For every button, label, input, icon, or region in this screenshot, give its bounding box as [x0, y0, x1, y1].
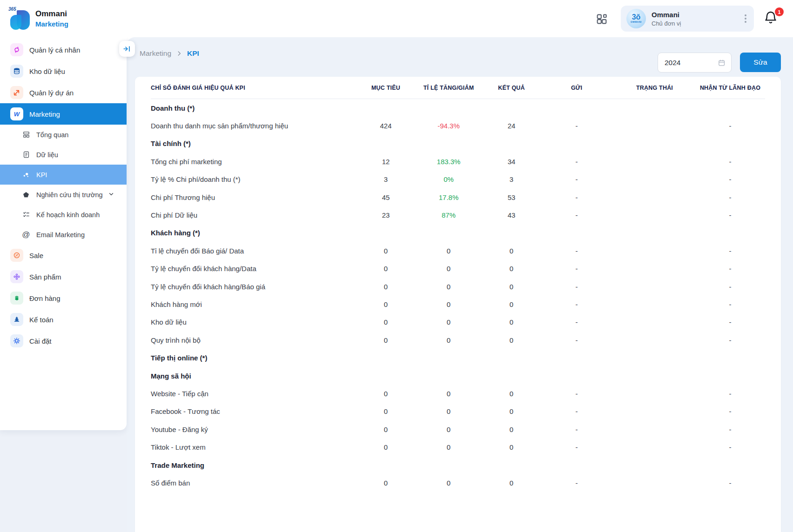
- avatar-logo-label: OMMANI: [631, 20, 642, 23]
- cell-sent: -: [539, 443, 614, 451]
- cell-target: 0: [358, 443, 414, 451]
- cell-sent: -: [539, 336, 614, 344]
- sidebar-collapse-button[interactable]: [119, 41, 135, 57]
- notification-bell-icon[interactable]: 1: [763, 10, 782, 29]
- sidebar-item-project[interactable]: Quản lý dự án: [0, 82, 127, 103]
- cell-target: 0: [358, 407, 414, 415]
- cell-target: 0: [358, 426, 414, 433]
- cell-result: 0: [484, 300, 539, 308]
- column-header: CHỈ SỐ ĐÁNH GIÁ HIỆU QUẢ KPI: [151, 85, 358, 91]
- breadcrumb-item-kpi[interactable]: KPI: [187, 49, 199, 58]
- kpi-label: Tổng chi phí marketing: [151, 158, 358, 166]
- brand: 365 Ommani Marketing: [8, 6, 68, 32]
- calendar-icon: [718, 58, 726, 67]
- kpi-label: Facebook - Tương tác: [151, 407, 358, 415]
- cell-result: 34: [484, 158, 539, 166]
- cell-result: 0: [484, 283, 539, 291]
- project-arrow-icon: [10, 86, 23, 99]
- cell-sent: -: [539, 193, 614, 201]
- table-row: Tỉ lệ chuyển đổi Báo giá/ Data000--: [151, 242, 765, 259]
- table-row: Tiktok - Lượt xem000--: [151, 438, 765, 456]
- table-group-row: Tài chính (*): [151, 135, 765, 153]
- table-group-row: Trade Marketing: [151, 456, 765, 474]
- user-card[interactable]: 3ŏ OMMANI Ommani Chủ đơn vị: [621, 6, 754, 32]
- sidebar-item-email-marketing[interactable]: @Email Marketing: [0, 225, 127, 245]
- sidebar-item-label: Kế toán: [29, 316, 54, 324]
- table-header-row: CHỈ SỐ ĐÁNH GIÁ HIỆU QUẢ KPIMỤC TIÊUTỈ L…: [151, 77, 765, 99]
- cell-result: 43: [484, 211, 539, 219]
- table-group-row: Tiếp thị online (*): [151, 349, 765, 366]
- ommani-logo-icon: 365: [8, 6, 31, 32]
- logo-365-badge: 365: [8, 7, 16, 12]
- user-role: Chủ đơn vị: [652, 20, 737, 27]
- sidebar-item-settings[interactable]: Cài đặt: [0, 330, 127, 352]
- cell-received: -: [695, 407, 765, 415]
- cell-target: 0: [358, 265, 414, 273]
- sidebar-item-overview[interactable]: Tổng quan: [0, 125, 127, 145]
- cell-target: 0: [358, 283, 414, 291]
- kpi-label: Khách hàng (*): [151, 229, 765, 237]
- cell-received: -: [695, 122, 765, 130]
- year-input[interactable]: [665, 59, 718, 67]
- cell-target: 424: [358, 122, 414, 130]
- kpi-label: Doanh thu (*): [151, 104, 765, 112]
- cell-result: 53: [484, 193, 539, 201]
- table-row: Khách hàng mới000--: [151, 295, 765, 313]
- sidebar-item-product[interactable]: Sản phẩm: [0, 266, 127, 287]
- chevron-down-icon[interactable]: [108, 191, 114, 199]
- kpi-label: Khách hàng mới: [151, 300, 358, 308]
- cell-result: 0: [484, 479, 539, 487]
- cell-result: 3: [484, 175, 539, 183]
- sidebar-item-personal[interactable]: Quản lý cá nhân: [0, 39, 127, 60]
- at-icon: @: [21, 230, 31, 239]
- kpi-label: Tiếp thị online (*): [151, 354, 765, 362]
- pentagon-icon: [21, 191, 31, 199]
- sidebar-item-market-research[interactable]: Nghiên cứu thị trường: [0, 185, 127, 205]
- cell-target: 0: [358, 479, 414, 487]
- kpi-label: Tài chính (*): [151, 140, 765, 147]
- table-row: Kho dữ liệu000--: [151, 313, 765, 331]
- sidebar-item-sale[interactable]: Sale: [0, 245, 127, 266]
- cell-rate: 17.8%: [414, 193, 484, 201]
- sidebar-item-business-plan[interactable]: Kế hoạch kinh doanh: [0, 205, 127, 225]
- cell-rate: 0: [414, 247, 484, 255]
- sidebar-item-accounting[interactable]: Kế toán: [0, 309, 127, 330]
- kpi-label: Trade Marketing: [151, 461, 765, 469]
- sidebar-item-label: Kế hoạch kinh doanh: [36, 211, 100, 219]
- sidebar-item-label: Email Marketing: [36, 231, 85, 239]
- cell-sent: -: [539, 390, 614, 398]
- app-launcher-icon[interactable]: [595, 13, 608, 26]
- sale-icon: [10, 249, 23, 262]
- column-header: KẾT QUẢ: [484, 85, 539, 91]
- collapse-arrow-icon: [123, 45, 131, 53]
- kpi-dots-icon: [21, 171, 31, 179]
- cell-received: -: [695, 443, 765, 451]
- table-row: Số điểm bán000--: [151, 474, 765, 492]
- sidebar-item-label: Sản phẩm: [29, 273, 61, 281]
- cell-result: 0: [484, 265, 539, 273]
- cell-target: 0: [358, 247, 414, 255]
- sidebar-item-order[interactable]: Đơn hàng: [0, 287, 127, 309]
- user-menu-kebab-icon[interactable]: [743, 13, 748, 25]
- kpi-label: Kho dữ liệu: [151, 318, 358, 326]
- sidebar-item-label: Cài đặt: [29, 337, 52, 345]
- cell-rate: 87%: [414, 211, 484, 219]
- cell-sent: -: [539, 318, 614, 326]
- sidebar-item-data-warehouse[interactable]: Kho dữ liệu: [0, 60, 127, 82]
- cell-sent: -: [539, 247, 614, 255]
- document-icon: [21, 151, 31, 159]
- table-row: Facebook - Tương tác000--: [151, 403, 765, 420]
- sidebar-item-marketing[interactable]: WMarketing: [0, 103, 127, 125]
- edit-button[interactable]: Sửa: [740, 53, 781, 72]
- top-header: 365 Ommani Marketing 3ŏ OMMANI Ommani Ch…: [0, 0, 793, 37]
- cell-result: 0: [484, 318, 539, 326]
- sidebar-item-data[interactable]: Dữ liệu: [0, 145, 127, 165]
- cell-target: 12: [358, 158, 414, 166]
- breadcrumb-item-marketing[interactable]: Marketing: [140, 49, 171, 58]
- avatar-logo-text: 3ŏ: [632, 14, 641, 20]
- kpi-label: Tỷ lệ chuyển đổi khách hàng/Báo giá: [151, 283, 358, 291]
- breadcrumb: Marketing KPI: [140, 49, 199, 58]
- year-picker[interactable]: [658, 53, 732, 73]
- cell-received: -: [695, 283, 765, 291]
- sidebar-item-kpi[interactable]: KPI: [0, 165, 127, 185]
